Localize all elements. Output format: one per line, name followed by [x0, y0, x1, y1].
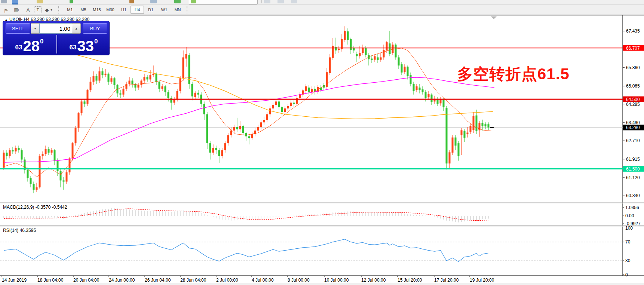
small-button-icon[interactable]	[277, 0, 284, 3]
one-click-trading-panel: SELL ▼ ▲ BUY 63280 63330	[3, 21, 110, 55]
time-axis-label: 12 Jul 00:00	[361, 278, 386, 283]
price-axis-label: 61.915	[626, 157, 640, 162]
rsi-axis-label: 30	[625, 258, 631, 263]
time-axis-label: 4 Jul 00:00	[252, 278, 274, 283]
toolbar-grip	[58, 6, 61, 13]
triangle-down-icon: ▼	[34, 27, 37, 30]
time-axis-label: 10 Jul 00:00	[324, 278, 349, 283]
timeframe-button-M15[interactable]: M15	[90, 6, 104, 14]
price-axis-label: 64.285	[626, 102, 640, 107]
price-badge-64.500: 64.500	[623, 96, 644, 102]
time-axis-label: 15 Jul 20:00	[398, 278, 422, 283]
chart-type-icon[interactable]	[12, 0, 18, 4]
small-button-icon[interactable]	[264, 0, 270, 3]
timeframe-button-H4[interactable]: H4	[131, 6, 144, 14]
timeframe-button-M30[interactable]: M30	[104, 6, 117, 14]
toolbar-main: ╒E ▦F A T ◆▼ M1M5M15M30H1H4D1W1MN	[0, 5, 644, 15]
sell-price-display[interactable]: 63280	[3, 35, 56, 53]
volume-input[interactable]	[39, 23, 73, 34]
sell-price-major: 63	[15, 44, 22, 51]
volume-decrease-button[interactable]: ▼	[31, 23, 40, 34]
timeframe-button-MN[interactable]: MN	[171, 6, 184, 14]
rsi-indicator-label: RSI(14) 46.3595	[3, 228, 36, 233]
timeframe-button-M1[interactable]: M1	[63, 6, 77, 14]
svg-text:63.280: 63.280	[626, 125, 640, 130]
timeframe-button-W1[interactable]: W1	[157, 6, 171, 14]
time-axis-label: 26 Jun 04:00	[145, 278, 171, 283]
rsi-axis-label: 100	[625, 226, 633, 231]
macd-axis-label: 1.0356	[625, 205, 639, 210]
rsi-axis-label: 70	[625, 239, 631, 245]
window-icon[interactable]	[150, 0, 157, 3]
price-axis-label: 65.065	[626, 83, 640, 89]
time-axis-label: 28 Jun 04:00	[180, 278, 206, 283]
svg-text:66.707: 66.707	[626, 46, 640, 51]
chevron-down-icon: ▼	[50, 8, 53, 12]
label-tool-icon[interactable]: T	[34, 6, 42, 13]
volume-increase-button[interactable]: ▲	[72, 23, 81, 34]
shapes-tool-icon[interactable]: ◆▼	[42, 5, 56, 14]
combo-symbol-icon	[191, 0, 196, 3]
time-axis-label: 8 Jul 00:00	[288, 278, 310, 283]
price-badge-63.280: 63.280	[623, 125, 644, 130]
macd-indicator-label: MACD(12,26,9) -0.3570 -0.5442	[3, 205, 67, 210]
buy-price-pipette: 0	[94, 38, 98, 45]
timeframe-button-M5[interactable]: M5	[77, 6, 90, 14]
timeframe-button-D1[interactable]: D1	[144, 6, 157, 14]
timeframe-button-H1[interactable]: H1	[117, 6, 131, 14]
time-axis-label: 24 Jun 00:00	[109, 278, 135, 283]
price-badge-66.707: 66.707	[623, 45, 644, 51]
new-order-icon[interactable]	[70, 0, 73, 3]
price-axis-label: 67.435	[626, 28, 640, 34]
svg-text:61.500: 61.500	[626, 166, 640, 172]
toolbar-top-clipped	[0, 0, 644, 5]
time-axis-label: 18 Jun 04:00	[37, 278, 64, 283]
buy-button[interactable]: BUY	[83, 23, 107, 34]
chart-mode-icon[interactable]	[1, 0, 7, 3]
price-axis-label: 60.340	[626, 193, 640, 198]
toolbar-grip	[261, 0, 262, 3]
rsi-axis-label: 0	[625, 272, 628, 278]
time-axis-label: 2 Jul 00:00	[216, 278, 238, 283]
small-button-icon[interactable]	[291, 0, 297, 3]
sell-price-pips: 28	[23, 39, 40, 53]
sell-button[interactable]: SELL	[6, 23, 30, 34]
time-axis-label: 17 Jul 20:00	[434, 278, 459, 283]
time-axis-label: 19 Jul 20:00	[470, 278, 494, 283]
autotrade-icon[interactable]	[174, 0, 181, 3]
buy-price-display[interactable]: 63330	[56, 35, 110, 53]
channels-tool-icon[interactable]: ╒E	[0, 5, 11, 14]
text-tool-icon[interactable]: A	[23, 5, 33, 14]
price-axis-label: 62.710	[626, 138, 640, 143]
svg-text:64.500: 64.500	[626, 97, 640, 102]
sell-price-pipette: 0	[40, 38, 43, 45]
buy-price-major: 63	[70, 44, 77, 51]
triangle-up-icon: ▲	[75, 27, 78, 30]
time-axis-label: 14 Jun 2019	[2, 278, 27, 283]
fibonacci-tool-icon[interactable]: ▦F	[12, 5, 22, 14]
price-axis-label: 61.120	[626, 175, 640, 180]
zoom-icon[interactable]	[37, 0, 43, 3]
indicator-icon[interactable]	[129, 0, 134, 3]
toolbar-grip	[187, 6, 189, 13]
symbol-combo-box[interactable]	[189, 0, 258, 4]
price-badge-61.500: 61.500	[623, 166, 644, 172]
price-axis-label: 63.490	[626, 120, 640, 125]
macd-axis-label: 0.00	[625, 213, 634, 218]
buy-price-pips: 33	[77, 39, 94, 53]
time-axis-label: 20 Jun 04:00	[73, 278, 99, 283]
price-axis-label: 65.860	[626, 65, 640, 70]
